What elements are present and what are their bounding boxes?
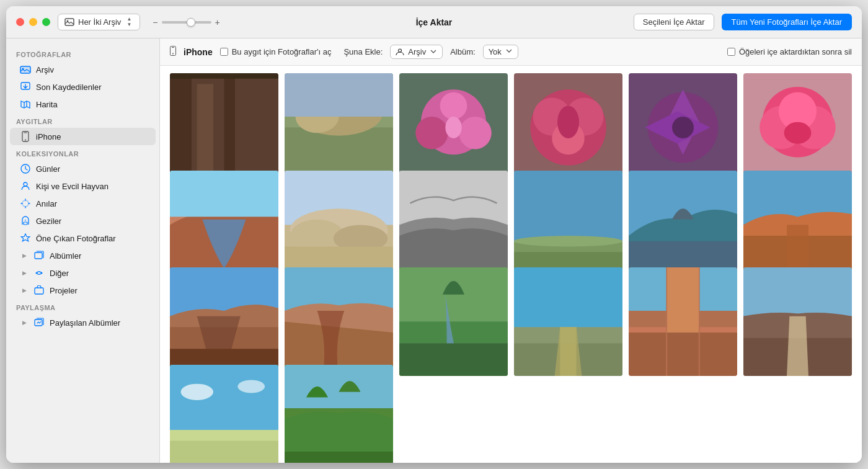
open-photos-option[interactable]: Bu aygıt için Fotoğraflar'ı aç — [220, 47, 332, 56]
svg-rect-82 — [399, 344, 508, 377]
svg-point-12 — [36, 272, 38, 274]
sidebar-item-anilar[interactable]: Anılar — [10, 195, 156, 212]
sidebar-kisi-evcil-label: Kişi ve Evcil Hayvan — [36, 182, 108, 191]
map-icon — [20, 99, 31, 110]
sidebar-anilar-label: Anılar — [36, 199, 57, 208]
sidebar-item-geziler[interactable]: Geziler — [10, 212, 156, 230]
photo-item[interactable] — [743, 267, 852, 376]
sidebar-item-arsiv[interactable]: Arşiv — [10, 61, 156, 78]
import-source-selector[interactable]: Her İki Arşiv ▲ ▼ — [58, 14, 140, 30]
sidebar-son-kaydedilenler-label: Son Kaydedilenler — [36, 83, 102, 92]
photo-item[interactable] — [399, 267, 508, 376]
open-photos-label: Bu aygıt için Fotoğraflar'ı aç — [232, 47, 332, 56]
delete-after-checkbox[interactable] — [727, 48, 735, 56]
sidebar-item-son-kaydedilenler[interactable]: Son Kaydedilenler — [10, 78, 156, 96]
section-photos-label: Fotoğraflar — [6, 46, 159, 61]
import-all-button[interactable]: Tüm Yeni Fotoğrafları İçe Aktar — [722, 14, 852, 30]
projects-icon — [33, 285, 45, 296]
person-icon-small — [396, 48, 404, 56]
main-panel: iPhone Bu aygıt için Fotoğraflar'ı aç Şu… — [160, 38, 862, 463]
photo-item[interactable] — [285, 171, 393, 279]
delete-after-option[interactable]: Öğeleri içe aktardıktan sonra sil — [727, 47, 852, 56]
import-selected-button[interactable]: Seçileni İçe Aktar — [634, 14, 714, 30]
svg-point-45 — [672, 117, 694, 138]
sidebar-item-iphone[interactable]: iPhone — [10, 128, 156, 145]
svg-rect-24 — [170, 73, 278, 79]
photo-item[interactable] — [285, 73, 393, 182]
svg-point-51 — [784, 122, 812, 144]
sidebar-item-diger[interactable]: ▶ Diğer — [10, 264, 156, 282]
photo-item[interactable] — [170, 171, 278, 279]
svg-point-7 — [25, 140, 26, 141]
zoom-in-button[interactable]: + — [215, 17, 220, 27]
photo-item[interactable] — [629, 73, 737, 182]
expand-projeler-icon[interactable]: ▶ — [20, 286, 29, 295]
memories-icon — [20, 198, 31, 209]
open-photos-checkbox[interactable] — [220, 48, 228, 56]
expand-paylasilan-icon[interactable]: ▶ — [20, 318, 29, 327]
sidebar-item-gunler[interactable]: Günler — [10, 160, 156, 177]
photo-item[interactable] — [285, 365, 393, 463]
svg-rect-30 — [285, 73, 393, 117]
sidebar-item-albumler[interactable]: ▶ Albümler — [10, 247, 156, 264]
sidebar-item-harita[interactable]: Harita — [10, 96, 156, 113]
sidebar-gunler-label: Günler — [36, 164, 60, 174]
photo-item[interactable] — [629, 171, 737, 279]
svg-rect-11 — [35, 252, 42, 259]
svg-rect-0 — [65, 19, 74, 25]
svg-point-13 — [41, 272, 43, 274]
zoom-slider[interactable]: − + — [153, 17, 219, 27]
sidebar-item-projeler[interactable]: ▶ Projeler — [10, 282, 156, 299]
photo-item[interactable] — [514, 171, 622, 279]
photo-item[interactable] — [399, 171, 508, 279]
photo-item[interactable] — [743, 171, 852, 279]
sidebar-item-one-cikan[interactable]: Öne Çıkan Fotoğraflar — [10, 230, 156, 247]
add-to-dropdown[interactable]: Arşiv — [390, 45, 443, 59]
photo-item[interactable] — [629, 267, 737, 376]
photo-item[interactable] — [170, 73, 278, 182]
photo-grid — [160, 66, 862, 463]
source-stepper[interactable]: ▲ ▼ — [125, 17, 133, 27]
sidebar-harita-label: Harita — [36, 100, 58, 109]
svg-point-42 — [557, 106, 579, 139]
expand-albumler-icon[interactable]: ▶ — [20, 251, 29, 260]
section-sharing-label: Paylaşma — [6, 299, 159, 314]
dropdown-chevron-icon — [430, 48, 437, 56]
titlebar: Her İki Arşiv ▲ ▼ − + İçe Aktar Seçileni… — [6, 6, 862, 38]
svg-point-68 — [514, 236, 622, 247]
svg-point-100 — [181, 383, 214, 400]
minimize-button[interactable] — [29, 18, 37, 26]
slider-thumb[interactable] — [187, 18, 195, 27]
svg-point-34 — [459, 117, 492, 150]
svg-rect-63 — [399, 171, 508, 225]
zoom-out-button[interactable]: − — [153, 17, 157, 27]
svg-rect-14 — [35, 288, 43, 294]
sidebar-one-cikan-label: Öne Çıkan Fotoğraflar — [36, 234, 116, 243]
delete-after-label: Öğeleri içe aktardıktan sonra sil — [739, 47, 852, 56]
svg-point-36 — [445, 117, 461, 138]
maximize-button[interactable] — [42, 18, 50, 26]
expand-diger-icon[interactable]: ▶ — [20, 269, 29, 277]
photo-item[interactable] — [170, 267, 278, 376]
album-dropdown[interactable]: Yok — [483, 45, 518, 59]
svg-rect-21 — [197, 84, 213, 182]
photo-item[interactable] — [170, 365, 278, 463]
sidebar-item-kisi-evcil[interactable]: Kişi ve Evcil Hayvan — [10, 177, 156, 195]
close-button[interactable] — [16, 18, 24, 26]
slider-track[interactable] — [162, 21, 211, 24]
sidebar-item-paylasilan[interactable]: ▶ Paylaşılan Albümler — [10, 314, 156, 331]
photo-item[interactable] — [399, 73, 508, 182]
device-icon — [170, 46, 176, 58]
photos-library-icon — [20, 64, 31, 75]
photo-item[interactable] — [285, 267, 393, 376]
photo-item[interactable] — [514, 73, 622, 182]
sidebar-geziler-label: Geziler — [36, 217, 61, 226]
photo-item[interactable] — [743, 73, 852, 182]
svg-rect-55 — [170, 171, 278, 217]
stepper-up[interactable]: ▲ — [125, 17, 133, 22]
window-title: İçe Aktar — [416, 17, 453, 27]
photo-item[interactable] — [514, 267, 622, 376]
section-devices-label: Aygıtlar — [6, 113, 159, 128]
sidebar: Fotoğraflar Arşiv — [6, 38, 160, 463]
stepper-down[interactable]: ▼ — [125, 22, 133, 27]
